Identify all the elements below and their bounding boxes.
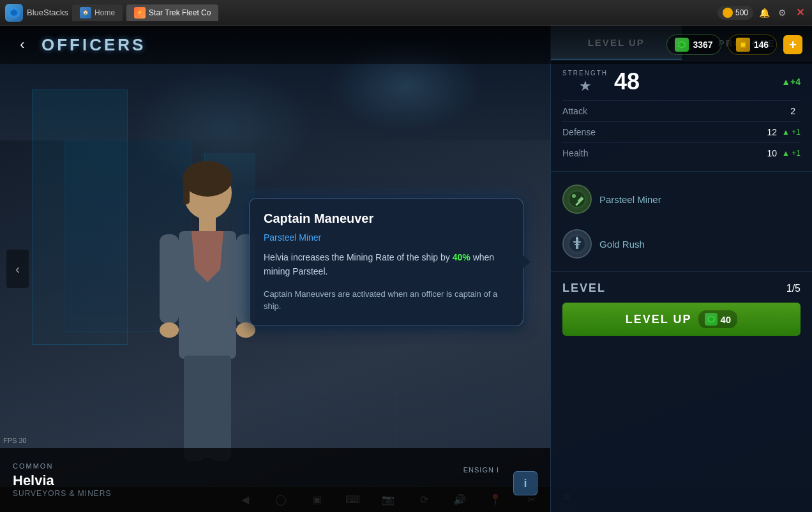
home-tab-label: Home (94, 8, 115, 17)
svg-point-3 (183, 161, 232, 197)
parsteel-miner-label: Parsteel Miner (599, 194, 661, 205)
officer-bar: COMMON Helvia SURVEYORS & MINERS ENSIGN … (0, 448, 550, 512)
stat-defense-value: 12 (767, 127, 778, 137)
back-button[interactable]: ‹ (10, 32, 35, 57)
add-resource-button[interactable]: + (783, 35, 802, 54)
left-nav-arrow[interactable]: ‹ (6, 250, 29, 288)
gold-rush-label: Gold Rush (599, 239, 645, 250)
ability-parsteel-miner[interactable]: Parsteel Miner (551, 177, 812, 222)
popup-subtitle: Parsteel Miner (264, 232, 509, 243)
coin-display: 500 (718, 6, 753, 20)
bluestacks-title: BlueStacks (27, 8, 68, 17)
bluestacks-topbar: BlueStacks 🏠 Home ⚡ Star Trek Fleet Co 5… (0, 0, 812, 26)
strength-change: ▲+4 (781, 77, 801, 87)
level-up-cost-number: 40 (721, 314, 732, 325)
close-button[interactable]: ✕ (793, 6, 807, 20)
abilities-section: Parsteel Miner (551, 172, 812, 272)
game-topbar: ‹ OFFICERS 3367 146 (0, 26, 812, 64)
highlight-percent: 40% (453, 252, 470, 262)
game-tab-icon: ⚡ (134, 7, 146, 19)
parsteel-miner-icon-inner (567, 189, 587, 209)
gold-rush-icon-inner (567, 234, 587, 254)
svg-rect-25 (575, 244, 580, 245)
game-area: ‹ OFFICERS 3367 146 (0, 26, 812, 512)
svg-rect-17 (741, 43, 745, 47)
popup-body: Helvia increases the Mining Rate of the … (264, 250, 509, 279)
coin-icon (723, 8, 733, 18)
green-resource-amount: 3367 (693, 40, 712, 50)
officer-rank-value: ENSIGN I (463, 466, 499, 474)
level-row: LEVEL 1/5 (562, 282, 801, 295)
stat-health-label: Health (562, 148, 767, 158)
fps-label: FPS (3, 437, 17, 444)
top-resources: 3367 146 + (666, 34, 802, 55)
strength-row: STRENGTH ★ 48 ▲+4 (562, 68, 801, 95)
level-label: LEVEL (562, 282, 786, 295)
bluestacks-logo (5, 4, 23, 22)
stat-defense-label: Defense (562, 127, 767, 137)
level-up-cost: 40 (698, 310, 738, 328)
captain-maneuver-popup: Captain Maneuver Parsteel Miner Helvia i… (249, 198, 523, 326)
popup-title: Captain Maneuver (264, 211, 509, 226)
officer-info: COMMON Helvia SURVEYORS & MINERS (13, 462, 111, 498)
gold-rush-icon (562, 229, 592, 259)
green-resource-pill: 3367 (666, 34, 721, 55)
svg-point-9 (160, 322, 179, 338)
strength-star-icon: ★ (579, 78, 592, 94)
stat-row-attack: Attack 2 (562, 100, 801, 121)
stat-health-change: ▲ +1 (782, 149, 801, 158)
strength-star-col: STRENGTH ★ (562, 70, 608, 94)
fps-display: FPS 30 (3, 437, 27, 444)
page-title: OFFICERS (41, 35, 146, 55)
stat-row-defense: Defense 12 ▲ +1 (562, 121, 801, 142)
officer-name: Helvia (13, 472, 111, 489)
home-tab-icon: 🏠 (80, 7, 91, 19)
gold-resource-amount: 146 (754, 40, 769, 50)
officer-type: SURVEYORS & MINERS (13, 489, 111, 498)
home-tab[interactable]: 🏠 Home (72, 4, 123, 21)
info-button[interactable]: i (513, 471, 538, 495)
popup-note: Captain Maneuvers are activated when an … (264, 288, 509, 313)
stat-row-health: Health 10 ▲ +1 (562, 142, 801, 163)
svg-rect-24 (573, 241, 581, 243)
coin-amount: 500 (735, 8, 748, 17)
strength-value: 48 (614, 68, 640, 95)
svg-rect-7 (160, 234, 179, 324)
stat-attack-value: 2 (790, 106, 795, 116)
stat-defense-change: ▲ +1 (782, 128, 801, 137)
popup-arrow (523, 255, 530, 268)
level-up-button[interactable]: LEVEL UP 40 (562, 303, 801, 336)
stat-health-value: 10 (767, 148, 778, 158)
officer-rank: COMMON (13, 462, 111, 470)
level-section: LEVEL 1/5 LEVEL UP 40 (551, 272, 812, 345)
gold-resource-pill: 146 (728, 34, 777, 55)
game-tab-label: Star Trek Fleet Co (149, 8, 211, 17)
game-tab[interactable]: ⚡ Star Trek Fleet Co (126, 4, 218, 21)
gold-resource-icon (736, 38, 750, 52)
strength-label: STRENGTH (562, 70, 608, 77)
right-panel: LEVEL UP PROMOTE STRENGTH ★ 48 ▲+4 Attac… (550, 26, 812, 512)
level-up-button-label: LEVEL UP (626, 313, 692, 326)
stat-attack-label: Attack (562, 106, 790, 116)
green-resource-icon (675, 38, 689, 52)
svg-rect-4 (183, 179, 190, 204)
level-up-cost-icon (705, 313, 718, 326)
notification-icon[interactable]: 🔔 (757, 6, 771, 20)
stats-section: STRENGTH ★ 48 ▲+4 Attack 2 Defense 12 ▲ … (551, 61, 812, 172)
svg-point-20 (572, 194, 576, 198)
level-value: 1/5 (786, 283, 801, 294)
ability-gold-rush[interactable]: Gold Rush (551, 222, 812, 266)
fps-value: 30 (19, 437, 26, 444)
settings-icon[interactable]: ⚙ (775, 6, 789, 20)
svg-rect-5 (199, 217, 216, 233)
parsteel-miner-icon (562, 184, 592, 214)
